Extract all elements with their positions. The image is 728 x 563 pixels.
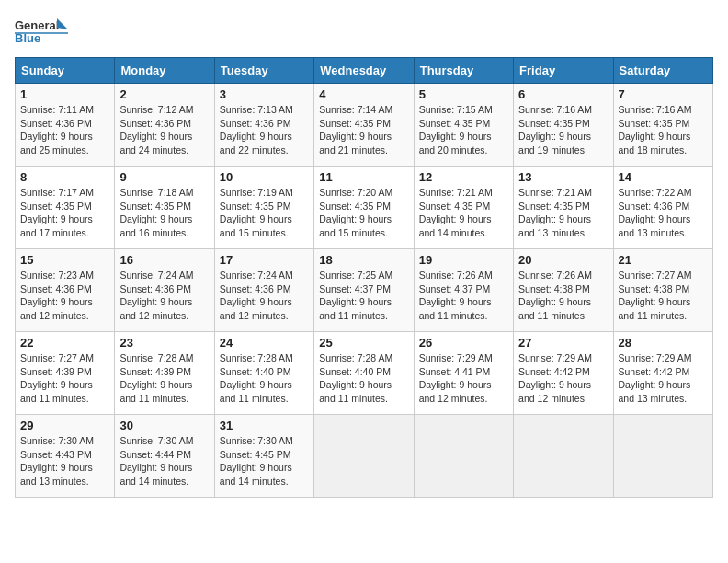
day-info: Sunrise: 7:23 AM Sunset: 4:36 PM Dayligh… [20,269,109,323]
day-number: 13 [518,170,608,184]
day-number: 5 [419,87,508,101]
calendar-cell: 19Sunrise: 7:26 AM Sunset: 4:37 PM Dayli… [414,249,513,332]
day-info: Sunrise: 7:14 AM Sunset: 4:35 PM Dayligh… [319,103,408,157]
calendar-cell: 3Sunrise: 7:13 AM Sunset: 4:36 PM Daylig… [214,84,313,167]
day-number: 28 [619,336,708,350]
day-info: Sunrise: 7:11 AM Sunset: 4:36 PM Dayligh… [20,103,109,157]
day-info: Sunrise: 7:28 AM Sunset: 4:40 PM Dayligh… [220,351,309,406]
day-info: Sunrise: 7:24 AM Sunset: 4:36 PM Dayligh… [220,269,309,323]
calendar-week-row: 1Sunrise: 7:11 AM Sunset: 4:36 PM Daylig… [16,84,713,167]
calendar-cell: 12Sunrise: 7:21 AM Sunset: 4:35 PM Dayli… [414,167,513,249]
day-info: Sunrise: 7:28 AM Sunset: 4:39 PM Dayligh… [119,351,209,406]
day-number: 11 [319,170,408,184]
calendar-cell [514,415,613,498]
calendar-cell [414,415,513,498]
calendar-cell: 9Sunrise: 7:18 AM Sunset: 4:35 PM Daylig… [115,167,214,249]
logo: GeneralBlue [15,15,70,52]
day-info: Sunrise: 7:13 AM Sunset: 4:36 PM Dayligh… [220,103,309,157]
day-info: Sunrise: 7:21 AM Sunset: 4:35 PM Dayligh… [518,186,608,240]
day-info: Sunrise: 7:29 AM Sunset: 4:42 PM Dayligh… [619,351,708,406]
day-number: 14 [619,170,708,184]
calendar-week-row: 15Sunrise: 7:23 AM Sunset: 4:36 PM Dayli… [16,249,713,332]
calendar-table: SundayMondayTuesdayWednesdayThursdayFrid… [15,57,713,498]
calendar-cell: 28Sunrise: 7:29 AM Sunset: 4:42 PM Dayli… [613,332,712,415]
calendar-cell: 23Sunrise: 7:28 AM Sunset: 4:39 PM Dayli… [115,332,214,415]
day-info: Sunrise: 7:19 AM Sunset: 4:35 PM Dayligh… [220,186,309,240]
calendar-day-header: Monday [115,58,214,84]
day-info: Sunrise: 7:20 AM Sunset: 4:35 PM Dayligh… [319,186,408,240]
calendar-week-row: 8Sunrise: 7:17 AM Sunset: 4:35 PM Daylig… [16,167,713,249]
day-number: 22 [20,336,109,350]
day-info: Sunrise: 7:16 AM Sunset: 4:35 PM Dayligh… [619,103,708,157]
day-number: 26 [419,336,508,350]
day-number: 27 [518,336,608,350]
day-number: 7 [619,87,708,101]
calendar-cell: 5Sunrise: 7:15 AM Sunset: 4:35 PM Daylig… [414,84,513,167]
calendar-day-header: Saturday [613,58,712,84]
day-number: 30 [119,419,209,432]
day-number: 4 [319,87,408,101]
calendar-cell: 1Sunrise: 7:11 AM Sunset: 4:36 PM Daylig… [16,84,115,167]
day-info: Sunrise: 7:30 AM Sunset: 4:45 PM Dayligh… [220,434,309,488]
logo-svg: GeneralBlue [15,15,70,52]
calendar-cell: 26Sunrise: 7:29 AM Sunset: 4:41 PM Dayli… [414,332,513,415]
day-number: 2 [119,87,209,101]
day-info: Sunrise: 7:26 AM Sunset: 4:38 PM Dayligh… [518,269,608,323]
day-number: 19 [419,253,508,267]
calendar-cell: 7Sunrise: 7:16 AM Sunset: 4:35 PM Daylig… [613,84,712,167]
calendar-cell: 25Sunrise: 7:28 AM Sunset: 4:40 PM Dayli… [314,332,414,415]
day-info: Sunrise: 7:17 AM Sunset: 4:35 PM Dayligh… [20,186,109,240]
calendar-cell: 31Sunrise: 7:30 AM Sunset: 4:45 PM Dayli… [214,415,313,498]
calendar-cell: 24Sunrise: 7:28 AM Sunset: 4:40 PM Dayli… [214,332,313,415]
day-info: Sunrise: 7:22 AM Sunset: 4:36 PM Dayligh… [619,186,708,240]
day-number: 1 [20,87,109,101]
calendar-cell: 27Sunrise: 7:29 AM Sunset: 4:42 PM Dayli… [514,332,613,415]
calendar-day-header: Tuesday [214,58,313,84]
day-number: 6 [518,87,608,101]
day-number: 25 [319,336,408,350]
day-info: Sunrise: 7:21 AM Sunset: 4:35 PM Dayligh… [419,186,508,240]
day-info: Sunrise: 7:27 AM Sunset: 4:38 PM Dayligh… [619,269,708,323]
calendar-week-row: 29Sunrise: 7:30 AM Sunset: 4:43 PM Dayli… [16,415,713,498]
calendar-cell: 15Sunrise: 7:23 AM Sunset: 4:36 PM Dayli… [16,249,115,332]
day-info: Sunrise: 7:18 AM Sunset: 4:35 PM Dayligh… [119,186,209,240]
calendar-cell: 16Sunrise: 7:24 AM Sunset: 4:36 PM Dayli… [115,249,214,332]
day-info: Sunrise: 7:15 AM Sunset: 4:35 PM Dayligh… [419,103,508,157]
day-info: Sunrise: 7:29 AM Sunset: 4:41 PM Dayligh… [419,351,508,406]
calendar-cell: 11Sunrise: 7:20 AM Sunset: 4:35 PM Dayli… [314,167,414,249]
calendar-day-header: Sunday [16,58,115,84]
day-info: Sunrise: 7:25 AM Sunset: 4:37 PM Dayligh… [319,269,408,323]
calendar-cell: 17Sunrise: 7:24 AM Sunset: 4:36 PM Dayli… [214,249,313,332]
day-info: Sunrise: 7:16 AM Sunset: 4:35 PM Dayligh… [518,103,608,157]
calendar-cell [613,415,712,498]
calendar-cell: 8Sunrise: 7:17 AM Sunset: 4:35 PM Daylig… [16,167,115,249]
day-number: 3 [220,87,309,101]
day-number: 20 [518,253,608,267]
svg-marker-2 [57,18,68,29]
calendar-week-row: 22Sunrise: 7:27 AM Sunset: 4:39 PM Dayli… [16,332,713,415]
day-number: 9 [119,170,209,184]
calendar-cell: 13Sunrise: 7:21 AM Sunset: 4:35 PM Dayli… [514,167,613,249]
day-info: Sunrise: 7:29 AM Sunset: 4:42 PM Dayligh… [518,351,608,406]
calendar-cell: 29Sunrise: 7:30 AM Sunset: 4:43 PM Dayli… [16,415,115,498]
day-number: 15 [20,253,109,267]
day-info: Sunrise: 7:27 AM Sunset: 4:39 PM Dayligh… [20,351,109,406]
calendar-cell: 21Sunrise: 7:27 AM Sunset: 4:38 PM Dayli… [613,249,712,332]
calendar-cell: 4Sunrise: 7:14 AM Sunset: 4:35 PM Daylig… [314,84,414,167]
day-info: Sunrise: 7:30 AM Sunset: 4:44 PM Dayligh… [119,434,209,488]
day-number: 29 [20,419,109,432]
calendar-cell: 30Sunrise: 7:30 AM Sunset: 4:44 PM Dayli… [115,415,214,498]
calendar-day-header: Friday [514,58,613,84]
day-info: Sunrise: 7:28 AM Sunset: 4:40 PM Dayligh… [319,351,408,406]
calendar-cell: 2Sunrise: 7:12 AM Sunset: 4:36 PM Daylig… [115,84,214,167]
calendar-cell: 6Sunrise: 7:16 AM Sunset: 4:35 PM Daylig… [514,84,613,167]
day-number: 8 [20,170,109,184]
day-info: Sunrise: 7:30 AM Sunset: 4:43 PM Dayligh… [20,434,109,488]
day-number: 21 [619,253,708,267]
day-info: Sunrise: 7:26 AM Sunset: 4:37 PM Dayligh… [419,269,508,323]
day-info: Sunrise: 7:24 AM Sunset: 4:36 PM Dayligh… [119,269,209,323]
calendar-day-header: Thursday [414,58,513,84]
calendar-cell: 18Sunrise: 7:25 AM Sunset: 4:37 PM Dayli… [314,249,414,332]
calendar-cell [314,415,414,498]
day-number: 24 [220,336,309,350]
